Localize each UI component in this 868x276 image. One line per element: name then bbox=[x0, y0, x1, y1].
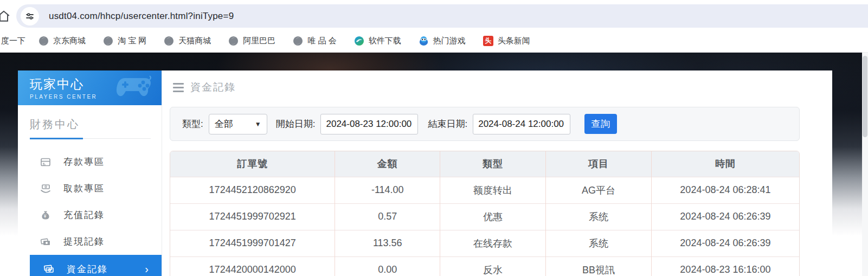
globe-icon bbox=[38, 36, 49, 46]
wallet-icon bbox=[40, 236, 52, 248]
cell-order-no: 1724452120862920 bbox=[170, 177, 335, 203]
funds-icon bbox=[43, 263, 55, 275]
section-underline bbox=[30, 138, 151, 139]
globe-icon bbox=[103, 36, 113, 46]
bookmarks-bar: 度一下 京东商城 淘 宝 网 天猫商城 阿里巴巴 唯 品 会 bbox=[0, 30, 868, 53]
end-date-input[interactable] bbox=[473, 114, 570, 134]
cell-amount: 0.57 bbox=[335, 203, 440, 230]
table-row: 1724451999702921 0.57 优惠 系统 2024-08-24 0… bbox=[170, 203, 799, 230]
col-order-no: 訂單號 bbox=[170, 151, 335, 177]
globe-icon bbox=[293, 36, 303, 46]
sidebar-banner: 玩家中心 PLAYERS CENTER bbox=[18, 70, 162, 105]
address-bar[interactable]: usdt04.com/hhcp/usercenter.html?iniType=… bbox=[16, 4, 868, 28]
bookmark-software-download[interactable]: 软件下载 bbox=[354, 36, 401, 46]
withdraw-icon bbox=[40, 183, 52, 195]
sidebar-item-label: 存款專區 bbox=[63, 156, 105, 168]
svg-text:¥: ¥ bbox=[43, 214, 47, 219]
cell-amount: 113.56 bbox=[335, 230, 440, 256]
scrollbar-thumb[interactable] bbox=[863, 56, 867, 137]
cell-time: 2024-08-24 06:26:39 bbox=[651, 230, 799, 256]
type-select-value: 全部 bbox=[215, 118, 233, 130]
cell-type: 在线存款 bbox=[440, 230, 546, 256]
table-row: 1724420000142000 0.00 反水 BB視訊 2024-08-23… bbox=[170, 256, 799, 276]
col-time: 時間 bbox=[651, 151, 799, 177]
table-header-row: 訂單號 金額 類型 項目 時間 bbox=[170, 151, 799, 177]
sidebar-item-deposit[interactable]: 存款專區 bbox=[18, 149, 162, 175]
page-title: 資金記錄 bbox=[190, 80, 236, 94]
gamepad-icon bbox=[115, 75, 154, 103]
cell-item: 系统 bbox=[546, 203, 652, 230]
deposit-icon bbox=[40, 156, 52, 168]
globe-icon bbox=[228, 36, 239, 46]
bookmark-hot-games[interactable]: 热门游戏 bbox=[419, 36, 466, 46]
type-label: 類型: bbox=[182, 118, 203, 130]
type-select[interactable]: 全部 ▼ bbox=[209, 114, 267, 134]
sidebar-item-funds-records[interactable]: 資金記錄 › bbox=[30, 255, 162, 276]
bookmark-taobao[interactable]: 淘 宝 网 bbox=[103, 36, 146, 46]
bookmark-toutiao-news[interactable]: 头 头条新闻 bbox=[483, 36, 530, 46]
cell-time: 2024-08-24 06:28:41 bbox=[651, 177, 799, 203]
bookmark-baidu[interactable]: 度一下 bbox=[1, 36, 25, 46]
col-type: 類型 bbox=[440, 151, 546, 177]
cell-item: AG平台 bbox=[546, 177, 652, 203]
main-header: 資金記錄 bbox=[162, 70, 832, 104]
bookmark-vip[interactable]: 唯 品 会 bbox=[293, 36, 336, 46]
software-download-icon bbox=[354, 36, 364, 46]
cell-item: 系统 bbox=[546, 230, 652, 256]
cell-time: 2024-08-24 06:26:39 bbox=[651, 203, 799, 230]
table-row: 1724452120862920 -114.00 额度转出 AG平台 2024-… bbox=[170, 177, 799, 203]
cell-type: 额度转出 bbox=[440, 177, 546, 203]
bookmark-jd[interactable]: 京东商城 bbox=[38, 36, 86, 46]
chevron-right-icon: › bbox=[145, 263, 150, 275]
bookmark-alibaba[interactable]: 阿里巴巴 bbox=[228, 36, 275, 46]
cell-type: 反水 bbox=[440, 256, 546, 276]
start-date-input[interactable] bbox=[320, 114, 418, 134]
home-icon[interactable] bbox=[0, 9, 11, 23]
toutiao-icon: 头 bbox=[483, 36, 493, 46]
sidebar-section-title: 財務中心 bbox=[30, 117, 151, 138]
search-button[interactable]: 查詢 bbox=[584, 114, 617, 134]
globe-icon bbox=[164, 36, 174, 46]
col-item: 項目 bbox=[546, 151, 652, 177]
sidebar: 玩家中心 PLAYERS CENTER 財務中心 bbox=[18, 70, 162, 276]
menu-toggle-icon[interactable] bbox=[173, 83, 184, 92]
browser-toolbar: usdt04.com/hhcp/usercenter.html?iniType=… bbox=[0, 0, 868, 30]
main-panel: 資金記錄 類型: 全部 ▼ 開始日期: 結束日期: 查詢 訂單號 金額 類型 bbox=[162, 70, 832, 276]
end-date-label: 結束日期: bbox=[428, 118, 467, 130]
sidebar-item-withdraw[interactable]: 取款專區 bbox=[18, 175, 162, 202]
col-amount: 金額 bbox=[335, 151, 440, 177]
cell-time: 2024-08-23 16:16:00 bbox=[651, 256, 799, 276]
cell-type: 优惠 bbox=[440, 203, 546, 230]
site-settings-icon[interactable] bbox=[21, 7, 39, 25]
sidebar-item-label: 資金記錄 bbox=[67, 263, 108, 275]
game-robot-icon bbox=[419, 36, 429, 46]
sidebar-item-label: 取款專區 bbox=[63, 182, 105, 195]
bookmark-tmall[interactable]: 天猫商城 bbox=[164, 36, 211, 46]
sidebar-menu: 存款專區 取款專區 ¥ bbox=[18, 149, 162, 276]
sidebar-item-label: 提現記錄 bbox=[63, 235, 105, 248]
page-scrollbar[interactable] bbox=[862, 53, 868, 276]
cell-amount: 0.00 bbox=[335, 256, 440, 276]
url-text: usdt04.com/hhcp/usercenter.html?iniType=… bbox=[49, 11, 234, 22]
cell-order-no: 1724420000142000 bbox=[170, 256, 335, 276]
chevron-down-icon: ▼ bbox=[255, 120, 261, 128]
sidebar-item-recharge-records[interactable]: ¥ 充值記錄 bbox=[18, 202, 162, 228]
cell-order-no: 1724451999701427 bbox=[170, 230, 335, 256]
cell-order-no: 1724451999702921 bbox=[170, 203, 335, 230]
content-wrapper: 玩家中心 PLAYERS CENTER 財務中心 bbox=[18, 70, 832, 276]
sidebar-section: 財務中心 bbox=[18, 105, 162, 139]
start-date-label: 開始日期: bbox=[276, 118, 316, 130]
sidebar-item-cashout-records[interactable]: 提現記錄 bbox=[18, 228, 162, 255]
money-bag-icon: ¥ bbox=[40, 209, 52, 221]
cell-amount: -114.00 bbox=[335, 177, 440, 203]
funds-table: 訂單號 金額 類型 項目 時間 1724452120862920 -114.00… bbox=[170, 151, 800, 276]
cell-item: BB視訊 bbox=[546, 256, 652, 276]
sidebar-item-label: 充值記錄 bbox=[63, 209, 105, 221]
table-row: 1724451999701427 113.56 在线存款 系统 2024-08-… bbox=[170, 230, 799, 256]
filter-bar: 類型: 全部 ▼ 開始日期: 結束日期: 查詢 bbox=[170, 107, 800, 141]
